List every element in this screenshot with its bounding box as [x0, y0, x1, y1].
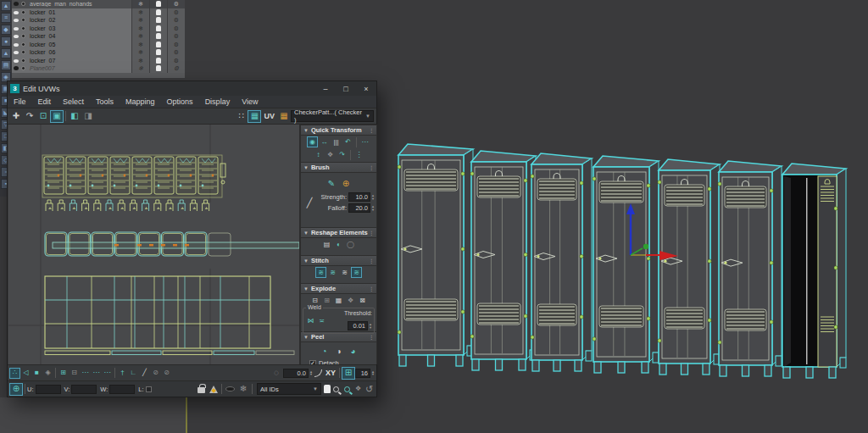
falloff-curve-icon[interactable]	[314, 369, 322, 377]
mirror-vertical-icon[interactable]: ◨	[81, 110, 95, 123]
list-view-icon[interactable]: ≡	[1, 13, 11, 23]
checker-pattern-icon[interactable]: ▦	[277, 110, 291, 123]
select-tool-icon[interactable]: ▲	[1, 1, 11, 11]
settings-gear-icon[interactable]: ⚙	[167, 57, 185, 65]
viewport-3d[interactable]	[381, 119, 868, 398]
move-icon[interactable]: ✚	[9, 110, 23, 123]
uv-space-label[interactable]: UV	[264, 112, 275, 120]
object-name[interactable]: locker_02	[27, 17, 131, 23]
visibility-eye-icon[interactable]	[12, 1, 19, 7]
soft-falloff-icon[interactable]: ╱	[303, 197, 316, 209]
locker-model[interactable]	[658, 159, 720, 375]
object-name[interactable]: average_man_nohands	[27, 1, 131, 7]
rollout-explode[interactable]: ▼ Explode ⋮	[300, 283, 377, 294]
locker-model[interactable]	[470, 151, 536, 370]
explorer-row[interactable]: locker_05❄⚙	[12, 41, 185, 49]
menu-tools[interactable]: Tools	[90, 97, 120, 106]
transform-typein-icon[interactable]: ⊕	[9, 383, 23, 396]
node-dot-icon[interactable]	[19, 49, 27, 55]
menu-view[interactable]: View	[236, 97, 264, 106]
face-mode-icon[interactable]: ■	[31, 368, 42, 379]
visibility-eye-icon[interactable]	[12, 42, 19, 47]
flatten-smoothing-icon[interactable]: ⊞	[321, 295, 332, 306]
w-field[interactable]	[109, 385, 135, 394]
settings-gear-icon[interactable]: ⚙	[167, 16, 185, 25]
linear-align-h-icon[interactable]: ⋯	[359, 136, 370, 147]
layers-icon[interactable]: ▤	[1, 60, 11, 70]
grow-loop-icon[interactable]: ⋯	[91, 368, 102, 379]
zoom-region-icon[interactable]	[344, 386, 350, 392]
object-name[interactable]: locker_03	[27, 25, 131, 31]
render-icon[interactable]	[149, 8, 167, 17]
render-icon[interactable]	[149, 0, 167, 8]
close-button[interactable]: ×	[356, 81, 376, 96]
pattern-dropdown[interactable]: CheckerPatt...( Checker ) ▼	[291, 110, 374, 122]
relax-icon[interactable]: ◯	[345, 239, 356, 250]
visibility-eye-icon[interactable]	[12, 49, 19, 55]
edge-point-icon[interactable]: †	[117, 368, 128, 379]
soft-selection-value-field[interactable]: 0.0	[283, 369, 309, 378]
stitch-average-icon[interactable]: ≋	[339, 267, 350, 278]
settings-gear-icon[interactable]: ⚙	[167, 48, 185, 57]
locker-model[interactable]	[398, 144, 473, 366]
node-dot-icon[interactable]	[19, 65, 27, 71]
menu-display[interactable]: Display	[199, 97, 236, 106]
node-dot-icon[interactable]	[19, 9, 27, 15]
locker-model[interactable]	[531, 153, 592, 371]
paint-size-up-icon[interactable]: ⊘	[150, 368, 161, 379]
explorer-row[interactable]: locker_01❄⚙	[12, 8, 185, 17]
absolute-offset-icon[interactable]	[209, 386, 218, 393]
zoom-extents-icon[interactable]: ❖	[353, 384, 364, 395]
explode-elements-icon[interactable]: ⊠	[357, 295, 368, 306]
zoom-selected-icon[interactable]: ↺	[364, 384, 375, 395]
show-map-icon[interactable]: ▦	[248, 110, 261, 123]
rotate-ccw-icon[interactable]: ↶	[342, 136, 353, 147]
rotate-icon[interactable]: ↷	[23, 110, 36, 123]
render-icon[interactable]	[149, 32, 167, 41]
object-name[interactable]: Plane007	[27, 65, 131, 71]
falloff-field[interactable]: 20.0	[348, 203, 370, 213]
corner-point-icon[interactable]: ∟	[128, 368, 139, 379]
window-titlebar[interactable]: 3 Edit UVWs – □ ×	[8, 81, 376, 96]
paint-move-brush-icon[interactable]: ✎	[325, 177, 338, 190]
uv-canvas[interactable]	[8, 125, 299, 364]
visibility-eye-icon[interactable]	[12, 9, 19, 15]
minimize-button[interactable]: –	[315, 81, 336, 96]
maximize-button[interactable]: □	[336, 81, 356, 96]
menu-edit[interactable]: Edit	[32, 97, 58, 106]
peel-reset-icon[interactable]: ◕	[347, 345, 360, 358]
settings-gear-icon[interactable]: ⚙	[167, 64, 185, 73]
object-name[interactable]: locker_05	[27, 42, 131, 47]
paint-select-icon[interactable]: ╱	[139, 368, 150, 379]
rollout-brush[interactable]: ▼ Brush ⋮	[300, 162, 377, 173]
freeze-icon[interactable]: ❄	[131, 32, 149, 41]
rollout-quick-transform[interactable]: ▼ Quick Transform ⋮	[300, 125, 377, 136]
shrink-selection-icon[interactable]: ⊟	[69, 368, 80, 379]
render-icon[interactable]	[149, 41, 167, 49]
spinner-icon[interactable]: ▲▼	[309, 370, 313, 376]
space-vertical-icon[interactable]: |||	[331, 136, 342, 147]
weld-all-icon[interactable]: ≍	[316, 315, 327, 326]
align-vertical-icon[interactable]: ↕	[313, 149, 324, 160]
explorer-row[interactable]: locker_06❄⚙	[12, 48, 185, 57]
select-loop-icon[interactable]: ⋯	[80, 368, 91, 379]
object-name[interactable]: locker_06	[27, 49, 131, 55]
geometry-icon[interactable]: ▲	[1, 48, 11, 58]
mirror-horizontal-icon[interactable]: ◧	[68, 110, 81, 123]
node-dot-icon[interactable]	[19, 33, 27, 39]
spinner-icon[interactable]: ▲▼	[371, 194, 375, 200]
snowflake-freeze-icon[interactable]: ❄	[236, 383, 250, 396]
freeze-icon[interactable]: ❄	[131, 41, 149, 49]
menu-mapping[interactable]: Mapping	[120, 97, 161, 106]
flatten-material-icon[interactable]: ▦	[333, 295, 344, 306]
relax-brush-icon[interactable]: ⊕	[339, 177, 353, 190]
scale-icon[interactable]: ⊡	[36, 110, 50, 123]
rotate-cw-icon[interactable]: ↷	[337, 149, 348, 160]
relax-until-flat-icon[interactable]: ◐	[333, 239, 344, 250]
explorer-row[interactable]: locker_07❄⚙	[12, 57, 185, 65]
align-horizontal-icon[interactable]: ↔	[319, 136, 330, 147]
node-dot-icon[interactable]	[19, 25, 27, 31]
explorer-row[interactable]: Plane007❄⚙	[12, 64, 185, 73]
node-dot-icon[interactable]	[19, 42, 27, 47]
freeze-icon[interactable]: ❄	[131, 57, 149, 65]
